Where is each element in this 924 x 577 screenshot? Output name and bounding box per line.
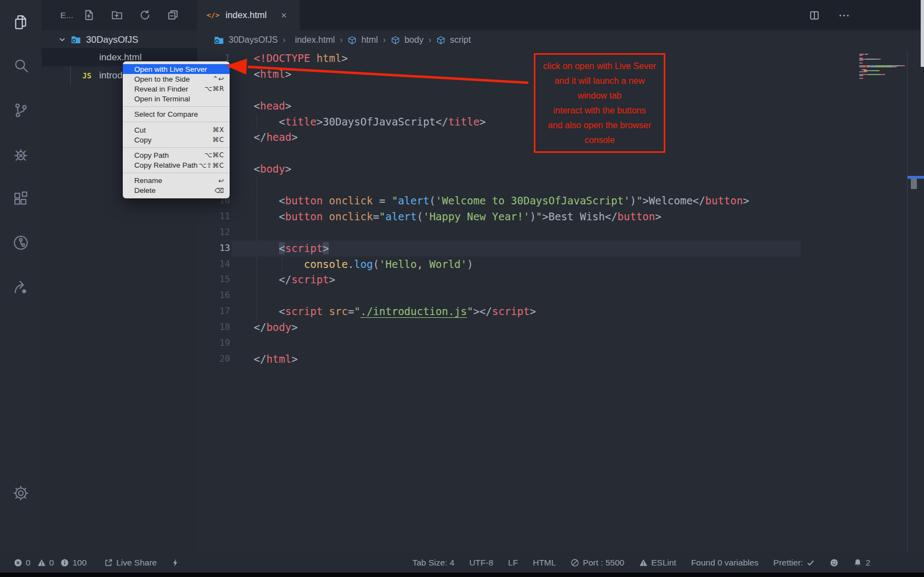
code-token: >: [285, 100, 291, 112]
status-smiley[interactable]: [830, 558, 839, 567]
code-line-content: <title>30DaysOfJavaScript</title>: [254, 114, 486, 130]
code-line-20[interactable]: 20</html>: [197, 351, 924, 367]
code-token: ): [630, 195, 636, 207]
tree-item-folder[interactable]: 30DaysOfJS: [42, 31, 197, 48]
activity-debug-icon[interactable]: [0, 138, 42, 172]
status-lf[interactable]: LF: [508, 558, 518, 568]
refresh-icon[interactable]: [139, 9, 151, 21]
activity-explorer-icon[interactable]: [0, 5, 42, 39]
code-line-15[interactable]: 15 </script>: [197, 272, 924, 288]
breadcrumb-item-30DaysOfJS[interactable]: 30DaysOfJS: [214, 35, 278, 45]
menu-item-copy-relative-path[interactable]: Copy Relative Path⌥⇧⌘C: [123, 161, 230, 170]
status-0[interactable]: 0: [14, 558, 31, 568]
html-file-icon: </>: [207, 11, 219, 19]
breadcrumb-label: body: [404, 35, 424, 45]
code-line-12[interactable]: 12: [197, 225, 924, 241]
status-utf-8[interactable]: UTF-8: [469, 558, 493, 568]
status-100[interactable]: 100: [60, 558, 87, 568]
split-editor-icon[interactable]: [809, 10, 820, 21]
tab-close-icon[interactable]: [280, 12, 288, 19]
code-token: alert: [385, 210, 417, 222]
indent-guide: [256, 114, 257, 130]
more-actions-icon[interactable]: ⋯: [839, 13, 851, 18]
menu-item-delete[interactable]: Delete⌫: [123, 186, 230, 196]
status-label: Prettier:: [773, 558, 803, 568]
code-token: >: [292, 321, 298, 333]
menu-item-label: Reveal in Finder: [134, 85, 188, 93]
code-token: (: [429, 195, 435, 207]
status-label: LF: [508, 558, 518, 568]
code-line-10[interactable]: 10 <button onclick = "alert('Welcome to …: [197, 193, 924, 209]
line-number: 14: [197, 256, 230, 272]
tab-label: index.html: [225, 10, 266, 20]
breadcrumb-item-script[interactable]: script: [436, 35, 471, 45]
status-0[interactable]: 0: [37, 558, 54, 568]
code-line-14[interactable]: 14 console.log('Hello, World'): [197, 256, 924, 272]
code-line-content: </html>: [254, 351, 298, 367]
breadcrumb-item-index.html[interactable]: index.html: [290, 35, 335, 45]
breadcrumb-separator: ›: [283, 35, 286, 45]
code-token: html: [266, 353, 292, 365]
activity-live-share-icon[interactable]: [0, 270, 42, 304]
activity-source-control-icon[interactable]: [0, 93, 42, 127]
code-token: >: [642, 195, 648, 207]
menu-separator: [123, 122, 230, 122]
activity-search-icon[interactable]: [0, 48, 42, 82]
code-line-16[interactable]: 16: [197, 288, 924, 304]
minimap[interactable]: [859, 54, 906, 79]
menu-item-reveal-in-finder[interactable]: Reveal in Finder⌥⌘R: [123, 84, 230, 94]
scrollbar-thumb[interactable]: [911, 179, 917, 189]
code-line-17[interactable]: 17 <script src="./introduction.js"></scr…: [197, 304, 924, 319]
status-live-share[interactable]: Live Share: [104, 558, 157, 568]
status-bolt[interactable]: [171, 558, 180, 567]
code-token: title: [285, 116, 316, 128]
code-line-content: <html>: [254, 66, 292, 82]
code-token: (: [373, 258, 379, 270]
activity-extensions-icon[interactable]: [0, 182, 42, 216]
code-token: 'Hello, World': [379, 258, 467, 270]
menu-item-label: Open with Live Server: [134, 65, 207, 73]
menu-item-rename[interactable]: Rename↩: [123, 176, 230, 186]
activity-git-circle-icon[interactable]: [0, 226, 42, 260]
code-line-8[interactable]: 8<body>: [197, 161, 924, 177]
menu-item-select-for-compare[interactable]: Select for Compare: [123, 110, 230, 119]
menu-item-cut[interactable]: Cut⌘X: [123, 125, 230, 135]
status-prettier[interactable]: Prettier:: [773, 558, 815, 568]
code-line-11[interactable]: 11 <button onclick="alert('Happy New Yea…: [197, 209, 924, 225]
symbol-cube-icon: [391, 36, 400, 45]
menu-item-open-in-terminal[interactable]: Open in Terminal: [123, 94, 230, 104]
status-port-5500[interactable]: Port : 5500: [571, 558, 624, 568]
bottom-edge: [0, 573, 924, 577]
menu-separator: [123, 106, 230, 107]
activity-settings-icon[interactable]: [0, 476, 42, 510]
code-token: [254, 258, 304, 270]
menu-item-open-with-live-server[interactable]: Open with Live Server: [123, 64, 230, 74]
sidebar-actions: [83, 9, 179, 21]
context-menu: Open with Live ServerOpen to the Side⌃↩R…: [123, 61, 230, 198]
status-tab-size-4[interactable]: Tab Size: 4: [412, 558, 454, 568]
menu-item-copy-path[interactable]: Copy Path⌥⌘C: [123, 150, 230, 160]
code-token: head: [260, 100, 285, 112]
code-line-19[interactable]: 19: [197, 335, 924, 351]
collapse-all-icon[interactable]: [167, 9, 179, 21]
breadcrumb-item-body[interactable]: body: [391, 35, 424, 45]
menu-item-copy[interactable]: Copy⌘C: [123, 135, 230, 145]
tab-index-html[interactable]: </> index.html: [197, 0, 300, 30]
new-file-icon[interactable]: [83, 9, 95, 21]
folder-icon: [71, 35, 81, 45]
menu-item-label: Copy Relative Path: [134, 161, 198, 169]
status-html[interactable]: HTML: [533, 558, 556, 568]
status-found-0-variables[interactable]: Found 0 variables: [691, 558, 758, 568]
indent-guide: [256, 288, 257, 304]
code-line-18[interactable]: 18</body>: [197, 319, 924, 335]
menu-item-open-to-the-side[interactable]: Open to the Side⌃↩: [123, 74, 230, 84]
line-number: 11: [197, 209, 230, 225]
status-eslint[interactable]: ESLint: [639, 558, 676, 568]
code-line-9[interactable]: 9: [197, 177, 924, 193]
new-folder-icon[interactable]: [111, 9, 123, 21]
menu-item-label: Rename: [134, 176, 162, 185]
status-2[interactable]: 2: [853, 558, 870, 568]
menu-separator: [123, 147, 230, 148]
breadcrumb-item-html[interactable]: html: [347, 35, 378, 45]
code-line-13[interactable]: 13 <script>: [197, 241, 924, 256]
